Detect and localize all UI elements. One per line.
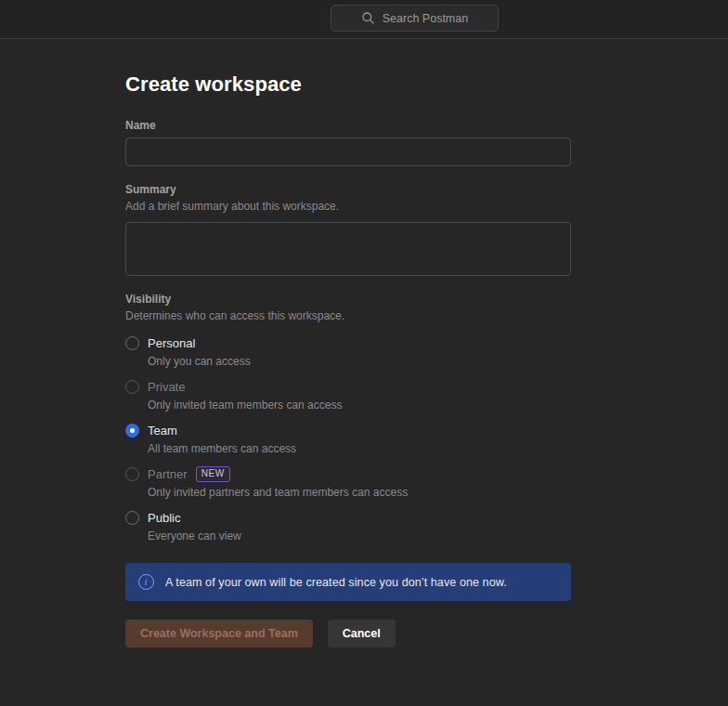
visibility-option-team[interactable]: Team All team members can access	[125, 423, 571, 456]
option-desc-private: Only invited team members can access	[148, 399, 342, 412]
create-workspace-page: Create workspace Name Summary Add a brie…	[0, 39, 571, 647]
option-desc-team: All team members can access	[148, 442, 296, 456]
new-badge: NEW	[196, 466, 230, 482]
name-label: Name	[125, 119, 571, 132]
app-header: Search Postman	[0, 0, 728, 39]
create-workspace-and-team-button[interactable]: Create Workspace and Team	[125, 620, 313, 647]
radio-private	[125, 380, 139, 394]
search-placeholder: Search Postman	[383, 12, 468, 25]
name-input[interactable]	[125, 137, 571, 166]
visibility-label: Visibility	[125, 293, 571, 306]
visibility-options: Personal Only you can access Private Onl…	[125, 335, 571, 543]
radio-personal[interactable]	[125, 336, 139, 350]
option-desc-personal: Only you can access	[148, 355, 251, 369]
visibility-option-public[interactable]: Public Everyone can view	[125, 510, 571, 543]
option-label-team: Team	[148, 423, 177, 438]
visibility-helper: Determines who can access this workspace…	[125, 309, 571, 322]
visibility-option-personal[interactable]: Personal Only you can access	[125, 335, 571, 369]
search-icon	[361, 11, 375, 25]
visibility-option-partner: Partner NEW Only invited partners and te…	[125, 466, 571, 500]
action-buttons: Create Workspace and Team Cancel	[125, 620, 571, 647]
visibility-option-private: Private Only invited team members can ac…	[125, 379, 571, 412]
summary-helper: Add a brief summary about this workspace…	[125, 200, 571, 213]
option-label-personal: Personal	[148, 335, 195, 351]
radio-partner	[125, 467, 139, 481]
global-search[interactable]: Search Postman	[331, 5, 499, 32]
team-info-banner: i A team of your own will be created sin…	[125, 563, 571, 601]
option-label-partner: Partner	[148, 466, 188, 482]
option-label-public: Public	[148, 510, 180, 526]
radio-team[interactable]	[125, 424, 139, 438]
summary-label: Summary	[125, 183, 571, 196]
summary-input[interactable]	[125, 222, 571, 276]
option-desc-public: Everyone can view	[148, 530, 241, 543]
banner-text: A team of your own will be created since…	[165, 576, 507, 589]
info-icon: i	[138, 574, 154, 590]
option-desc-partner: Only invited partners and team members c…	[148, 486, 408, 500]
page-title: Create workspace	[125, 72, 571, 97]
cancel-button[interactable]: Cancel	[328, 620, 396, 647]
option-label-private: Private	[148, 379, 185, 395]
radio-public[interactable]	[125, 511, 139, 525]
